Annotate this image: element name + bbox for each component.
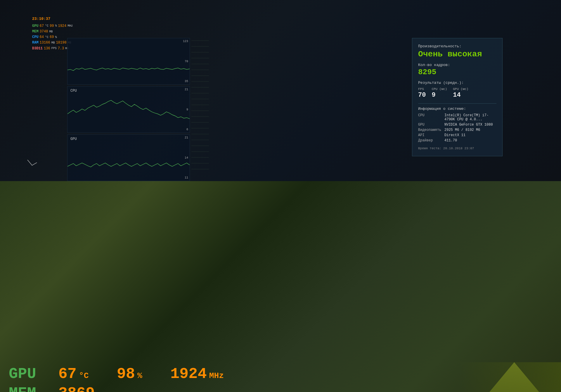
hud-cpu-temp-unit: °C [45, 35, 49, 40]
hud-ram-row: RAM 13166 MB 18198 MB [32, 40, 73, 46]
cursor-icon [27, 157, 37, 166]
bhud-mem-label: MEM [9, 384, 36, 392]
bhud-gpu-temp: 67 [58, 365, 77, 383]
hud-cpu-load-unit: % [55, 35, 57, 40]
hud-gpu-label: GPU [32, 23, 39, 29]
hud-gpu-temp-unit: °C [45, 24, 49, 28]
hud-gpu-load: 99 [50, 23, 54, 29]
graph-panel: 123 70 35 CPU 21 9 6 GPU 21 14 11 [67, 38, 190, 183]
results-sysinfo-label: Информация о системе: [418, 103, 496, 111]
sysinfo-gpu-key: GPU [418, 123, 441, 127]
hud-cpu-label: CPU [32, 34, 39, 40]
hud-gpu-load-unit: % [55, 24, 57, 28]
hud-mem-row: MEM 3748 MB [32, 29, 73, 34]
results-avg-label: Результаты (средн.): [418, 81, 496, 85]
hud-d3d-fps: 136 [44, 46, 50, 51]
hud-cpu-load: 69 [50, 34, 54, 40]
hud-d3d-label: D3D11 [32, 46, 43, 51]
hud-cpu-temp: 64 [40, 34, 44, 40]
hud-ram-label: RAM [32, 40, 39, 46]
results-frames-label: Кол-во кадров: [418, 63, 496, 67]
stat-gpu-name: GPU (мс) [453, 87, 468, 91]
bhud-gpu-temp-unit: °C [79, 371, 89, 381]
hud-overlay-small: 23:10:37 GPU 67 °C 99 % 1924 MHz MEM 374… [32, 16, 73, 51]
hud-d3d-ms: 7.3 [58, 46, 64, 51]
sysinfo-driver-row: Драйвер 411.70 [418, 138, 496, 143]
gpu-graph: GPU 21 14 11 [67, 134, 190, 181]
hud-d3d-fps-unit: FPS [51, 46, 57, 51]
sysinfo-cpu-row: CPU Intel(R) Core(TM) i7-4790K CPU @ 4.0… [418, 113, 496, 122]
sysinfo-gpu-val: NVIDIA GeForce GTX 1080 [444, 123, 493, 127]
sysinfo-vmem-row: Видеопамять 2925 M6 / 8192 M6 [418, 128, 496, 132]
sysinfo-cpu-val: Intel(R) Core(TM) i7-4790K CPU @ 4.0... [444, 113, 496, 122]
stat-cpu-val: 9 [432, 91, 447, 99]
cpu-graph-svg [67, 86, 190, 133]
sysinfo-vmem-key: Видеопамять [418, 128, 441, 132]
bhud-mem-val: 3869 [58, 384, 95, 392]
bottom-section: GPU 67 °C 98 % 1924 MHz MEM 3869 MB CPU … [0, 181, 561, 392]
hud-gpu-row: GPU 67 °C 99 % 1924 MHz [32, 23, 73, 29]
fps-graph: 123 70 35 [67, 38, 190, 85]
hud-time: 23:10:37 [32, 16, 73, 22]
hud-mem-label: MEM [32, 29, 39, 34]
sysinfo-cpu-key: CPU [418, 113, 441, 122]
stat-fps-val: 70 [418, 91, 426, 99]
bhud-mem-row: MEM 3869 MB [9, 384, 261, 392]
nature-overlay [415, 362, 561, 392]
stat-fps: FPS 70 [418, 87, 426, 99]
results-perf-label: Производительность: [418, 44, 496, 48]
results-perf-value: Очень высокая [418, 50, 496, 59]
gpu-graph-svg [67, 135, 190, 181]
cpu-graph: CPU 21 9 6 [67, 86, 190, 133]
hud-cpu-row: CPU 64 °C 69 % [32, 34, 73, 40]
top-section: 23:10:37 GPU 67 °C 99 % 1924 MHz MEM 374… [0, 0, 561, 181]
sysinfo-driver-val: 411.70 [444, 138, 457, 143]
bhud-gpu-label: GPU [9, 365, 36, 383]
results-frames-value: 8295 [418, 68, 496, 77]
results-panel: Производительность: Очень высокая Кол-во… [412, 38, 503, 156]
results-timestamp: Время теста: 20.10.2018 23:07 [418, 147, 496, 150]
sysinfo-gpu-row: GPU NVIDIA GeForce GTX 1080 [418, 123, 496, 127]
stat-gpu: GPU (мс) 14 [453, 87, 468, 99]
fps-graph-svg [67, 38, 190, 84]
hud-gpu-clock-unit: MHz [67, 24, 73, 28]
hud-ram-val1-unit: MB [51, 41, 55, 45]
sysinfo-api-row: API DirectX 11 [418, 133, 496, 137]
stat-fps-name: FPS [418, 87, 426, 91]
sysinfo-api-val: DirectX 11 [444, 133, 465, 137]
bhud-gpu-load: 98 [117, 365, 135, 383]
results-stats-row: FPS 70 CPU (мс) 9 GPU (мс) 14 [418, 87, 496, 99]
hud-ram-val1: 13166 [40, 40, 50, 46]
hud-ram-val2: 18198 [56, 40, 67, 46]
hud-gpu-temp: 67 [40, 23, 44, 29]
hud-mem-unit: MB [49, 30, 53, 34]
sysinfo-api-key: API [418, 133, 441, 137]
bhud-mem-unit: MB [97, 390, 107, 392]
hieroglyph-bg [191, 38, 209, 169]
bhud-gpu-clock-unit: MHz [209, 371, 224, 381]
hud-gpu-clock: 1924 [58, 23, 66, 29]
hud-d3d-row: D3D11 136 FPS 7.3 ms [32, 46, 73, 51]
sysinfo-driver-key: Драйвер [418, 138, 441, 143]
bhud-gpu-clock: 1924 [170, 365, 207, 383]
bhud-gpu-row: GPU 67 °C 98 % 1924 MHz [9, 365, 261, 383]
stat-cpu: CPU (мс) 9 [432, 87, 447, 99]
sysinfo-vmem-val: 2925 M6 / 8192 M6 [444, 128, 480, 132]
stat-gpu-val: 14 [453, 91, 468, 99]
hud-mem-val: 3748 [40, 29, 48, 34]
hud-large: GPU 67 °C 98 % 1924 MHz MEM 3869 MB CPU … [9, 365, 261, 392]
stat-cpu-name: CPU (мс) [432, 87, 447, 91]
bhud-gpu-load-unit: % [137, 371, 142, 381]
